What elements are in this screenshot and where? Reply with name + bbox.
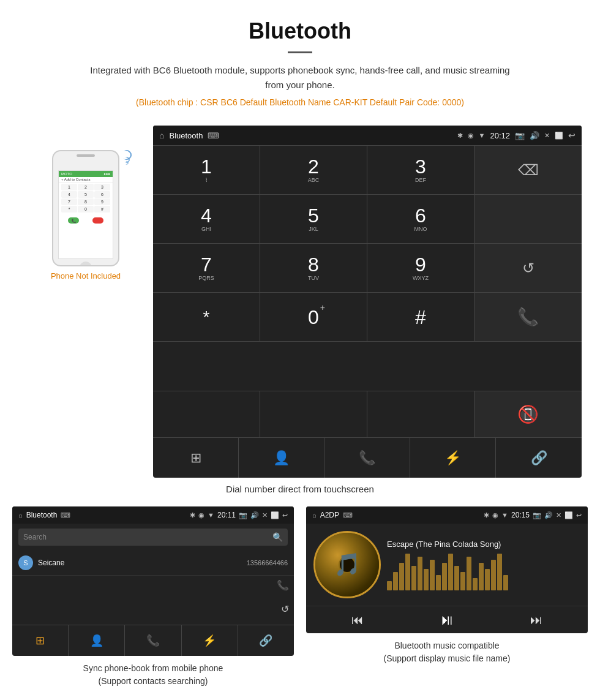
- dial-key-hash[interactable]: #: [367, 293, 474, 342]
- dial-tab-link[interactable]: 🔗: [496, 438, 582, 478]
- dial-key-6[interactable]: 6 MNO: [367, 195, 474, 244]
- dial-redial-cell[interactable]: ↺: [474, 244, 582, 293]
- volume-icon[interactable]: 🔊: [530, 131, 539, 140]
- dial-call-red-cell[interactable]: 📵: [474, 391, 582, 437]
- status-left: ⌂ Bluetooth ⌨: [159, 130, 219, 140]
- backspace-icon[interactable]: ⌫: [518, 162, 539, 179]
- visualizer-bar: [418, 557, 422, 590]
- visualizer-bar: [497, 554, 502, 590]
- dial-display: ⌫: [474, 146, 582, 195]
- dial-key-2[interactable]: 2 ABC: [260, 146, 367, 195]
- prev-button[interactable]: ⏮: [351, 613, 364, 627]
- status-title: Bluetooth: [169, 131, 203, 140]
- pb-search-bar[interactable]: Search 🔍: [18, 529, 288, 546]
- music-back-icon[interactable]: ↩: [576, 511, 582, 519]
- music-vol-icon[interactable]: 🔊: [544, 511, 553, 519]
- call-red-icon[interactable]: 📵: [517, 404, 539, 424]
- phone-bottom-bar: 📞: [59, 215, 113, 226]
- dial-key-4[interactable]: 4 GHI: [153, 195, 260, 244]
- dial-tab-grid[interactable]: ⊞: [153, 438, 239, 478]
- pb-redial-right-icon[interactable]: ↺: [281, 603, 289, 615]
- dial-key-0[interactable]: 0 +: [260, 293, 367, 342]
- dial-key-5[interactable]: 5 JKL: [260, 195, 367, 244]
- phonebook-screen: ⌂ Bluetooth ⌨ ✱ ◉ ▼ 20:11 📷 🔊 ✕ ⬜ ↩: [12, 506, 294, 656]
- music-bt-icon: ✱: [484, 511, 489, 519]
- close-icon[interactable]: ✕: [544, 132, 550, 140]
- pb-search-placeholder: Search: [23, 533, 272, 541]
- dial-key-1[interactable]: 1 ⌇: [153, 146, 260, 195]
- redial-icon[interactable]: ↺: [522, 260, 534, 277]
- music-win-icon[interactable]: ⬜: [564, 511, 573, 519]
- dial-empty-1: [474, 195, 582, 244]
- dial-key-8[interactable]: 8 TUV: [260, 244, 367, 293]
- dial-key-7[interactable]: 7 PQRS: [153, 244, 260, 293]
- bottom-screens: ⌂ Bluetooth ⌨ ✱ ◉ ▼ 20:11 📷 🔊 ✕ ⬜ ↩: [0, 506, 600, 688]
- contact-row: S Seicane 13566664466: [12, 551, 294, 576]
- call-green-icon[interactable]: 📞: [517, 307, 539, 327]
- pb-cam-icon[interactable]: 📷: [239, 511, 247, 519]
- music-visualizer: [387, 554, 580, 590]
- pb-tab-link[interactable]: 🔗: [238, 625, 294, 656]
- signal-icon: ▼: [479, 132, 486, 139]
- music-status-bar: ⌂ A2DP ⌨ ✱ ◉ ▼ 20:15 📷 🔊 ✕ ⬜ ↩: [306, 506, 588, 524]
- pb-tab-bluetooth[interactable]: ⚡: [182, 625, 238, 656]
- back-icon[interactable]: ↩: [568, 130, 576, 140]
- music-cam-icon[interactable]: 📷: [533, 511, 541, 519]
- bluetooth-specs: (Bluetooth chip : CSR BC6 Default Blueto…: [12, 97, 588, 107]
- music-time: 20:15: [511, 511, 530, 519]
- page-title: Bluetooth: [12, 18, 588, 44]
- dial-tab-phone[interactable]: 📞: [324, 438, 410, 478]
- pb-tab-phone[interactable]: 📞: [125, 625, 181, 656]
- main-dial-section: ⦾ MOTO ●●● + Add to Contacts 123 456 789: [0, 126, 600, 478]
- window-icon[interactable]: ⬜: [555, 132, 563, 140]
- pb-tab-contacts[interactable]: 👤: [69, 625, 125, 656]
- location-icon: ◉: [468, 132, 474, 140]
- phone-screen-header: MOTO ●●●: [59, 171, 113, 177]
- camera-icon[interactable]: 📷: [515, 131, 525, 140]
- phonebook-wrapper: ⌂ Bluetooth ⌨ ✱ ◉ ▼ 20:11 📷 🔊 ✕ ⬜ ↩: [12, 506, 294, 688]
- pb-back-icon[interactable]: ↩: [282, 511, 288, 519]
- phone-speaker: [77, 154, 95, 157]
- pb-win-icon[interactable]: ⬜: [271, 511, 279, 519]
- contact-avatar: S: [18, 555, 33, 570]
- visualizer-bar: [399, 563, 404, 590]
- pb-tab-grid[interactable]: ⊞: [12, 625, 69, 656]
- dial-tab-bluetooth[interactable]: ⚡: [410, 438, 496, 478]
- add-contacts-row: + Add to Contacts: [59, 177, 113, 183]
- pb-bottom-tabs: ⊞ 👤 📞 ⚡ 🔗: [12, 625, 294, 656]
- dial-key-star[interactable]: *: [153, 293, 260, 342]
- music-usb-icon: ⌨: [343, 511, 353, 519]
- dial-key-9[interactable]: 9 WXYZ: [367, 244, 474, 293]
- search-icon[interactable]: 🔍: [272, 532, 283, 542]
- music-close-icon[interactable]: ✕: [556, 511, 561, 519]
- visualizer-bar: [430, 560, 435, 590]
- pb-home-icon[interactable]: ⌂: [18, 511, 23, 519]
- play-pause-button[interactable]: ⏯: [440, 611, 454, 628]
- phone-home-btn: [80, 262, 92, 266]
- pb-vol-icon[interactable]: 🔊: [250, 511, 259, 519]
- next-button[interactable]: ⏭: [530, 613, 542, 627]
- pb-close-icon[interactable]: ✕: [262, 511, 268, 519]
- pb-time: 20:11: [217, 511, 236, 519]
- pb-title: Bluetooth: [26, 511, 58, 519]
- music-wrapper: ⌂ A2DP ⌨ ✱ ◉ ▼ 20:15 📷 🔊 ✕ ⬜ ↩: [306, 506, 588, 688]
- visualizer-bar: [467, 557, 471, 590]
- visualizer-bar: [393, 572, 398, 590]
- pb-usb-icon: ⌨: [61, 511, 70, 519]
- music-home-icon[interactable]: ⌂: [312, 511, 317, 519]
- status-time: 20:12: [490, 131, 510, 140]
- dial-bottom-tabs: ⊞ 👤 📞 ⚡ 🔗: [153, 437, 582, 478]
- music-main: 🎵 Escape (The Pina Colada Song): [306, 524, 588, 606]
- dial-tab-contacts[interactable]: 👤: [239, 438, 324, 478]
- dial-call-green-cell[interactable]: 📞: [474, 293, 582, 342]
- home-icon[interactable]: ⌂: [159, 130, 164, 140]
- pb-sig-icon: ▼: [208, 511, 214, 519]
- music-info: Escape (The Pina Colada Song): [387, 540, 580, 590]
- music-controls: ⏮ ⏯ ⏭: [306, 606, 588, 633]
- pb-phone-right-icon[interactable]: 📞: [277, 579, 289, 591]
- visualizer-bar: [460, 572, 465, 590]
- dial-key-3[interactable]: 3 DEF: [367, 146, 474, 195]
- music-caption: Bluetooth music compatible (Support disp…: [306, 639, 588, 665]
- music-loc-icon: ◉: [492, 511, 498, 519]
- bt-icon: ✱: [457, 132, 463, 140]
